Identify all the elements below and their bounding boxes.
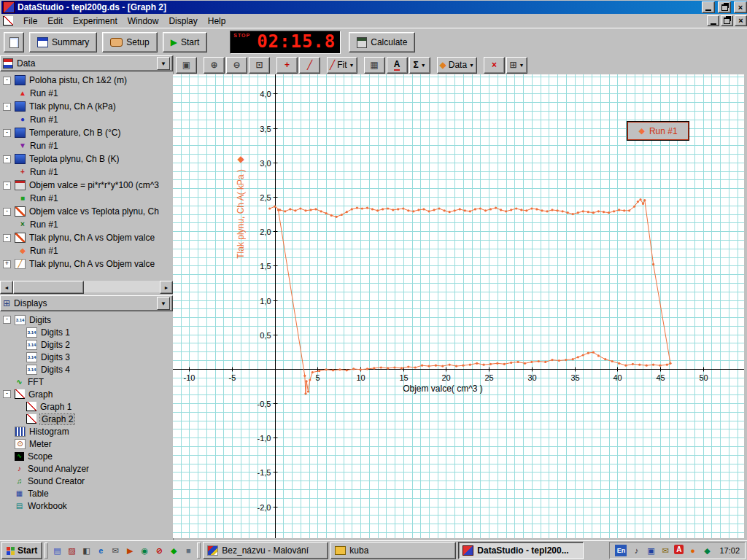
mail-icon[interactable]: ✉ xyxy=(109,544,122,557)
display-item-sound-creator[interactable]: ♫Sound Creator xyxy=(0,475,173,487)
blocked-icon[interactable]: ⊘ xyxy=(152,544,166,557)
scrollbar-track[interactable] xyxy=(13,281,160,292)
expand-icon[interactable]: - xyxy=(3,234,11,242)
expand-icon[interactable]: - xyxy=(3,390,11,398)
expand-icon[interactable]: - xyxy=(3,155,11,163)
expand-icon[interactable]: + xyxy=(3,260,11,268)
scroll-right-button[interactable]: ► xyxy=(160,281,173,294)
calculate-tool-button[interactable]: ▦ xyxy=(364,57,385,74)
slope-tool-button[interactable]: ╱ xyxy=(299,57,320,74)
display-item-digits-1[interactable]: 3.14Digits 1 xyxy=(0,326,173,338)
start-menu-button[interactable]: Start xyxy=(1,542,42,559)
menu-edit[interactable]: Edit xyxy=(42,15,68,27)
data-source-item-temperature-ch-b-c[interactable]: -Temperature, Ch B (°C) xyxy=(0,126,173,139)
gray-app-icon[interactable]: ■ xyxy=(182,544,195,557)
data-run-item[interactable]: ×Run #1 xyxy=(0,218,173,231)
display-item-table[interactable]: ▦Table xyxy=(0,487,173,499)
text-annotation-button[interactable]: A xyxy=(387,57,408,74)
display-item-histogram[interactable]: Histogram xyxy=(0,425,173,438)
expand-icon[interactable]: - xyxy=(3,77,11,85)
network-icon[interactable]: ◆ xyxy=(701,545,713,556)
ie-icon[interactable]: e xyxy=(94,544,107,557)
display-item-graph[interactable]: -Graph xyxy=(0,388,173,400)
menu-help[interactable]: Help xyxy=(203,15,231,27)
menu-window[interactable]: Window xyxy=(123,15,164,27)
language-indicator[interactable]: En xyxy=(615,545,627,556)
media-player-icon[interactable]: ▶ xyxy=(123,544,136,557)
mdi-restore-button[interactable] xyxy=(721,15,733,26)
display-item-sound-analyzer[interactable]: ♪Sound Analyzer xyxy=(0,462,173,475)
data-source-item-tlak-plynu-ch-a-vs-objem-valce[interactable]: -Tlak plynu, Ch A vs Objem valce xyxy=(0,231,173,244)
zoom-select-button[interactable]: ⊡ xyxy=(249,57,270,74)
display-item-digits[interactable]: -3.14Digits xyxy=(0,314,173,326)
data-run-item[interactable]: ●Run #1 xyxy=(0,113,173,126)
menu-file[interactable]: File xyxy=(18,15,42,27)
data-tree-hscrollbar[interactable]: ◄ ► xyxy=(0,281,173,292)
scale-to-fit-button[interactable]: ▣ xyxy=(176,57,197,74)
data-source-item-tlak-plynu-ch-a-kpa[interactable]: -Tlak plynu, Ch A (kPa) xyxy=(0,100,173,113)
graph-settings-button[interactable]: ⊞▼ xyxy=(506,57,527,74)
mail-notify-icon[interactable]: ✉ xyxy=(659,545,671,556)
zoom-out-button[interactable]: ⊖ xyxy=(226,57,247,74)
globe-icon[interactable]: ◉ xyxy=(138,544,151,557)
task-datastudio[interactable]: DataStudio - tepl200... xyxy=(458,542,584,559)
legend[interactable]: ◆ Run #1 xyxy=(627,121,689,141)
calculate-button[interactable]: Calculate xyxy=(349,32,415,52)
menu-display[interactable]: Display xyxy=(163,15,202,27)
display-item-workbook[interactable]: ▤Workbook xyxy=(0,499,173,512)
x-axis-label[interactable]: Objem valce( cm^3 ) xyxy=(384,384,501,394)
smart-tool-button[interactable]: + xyxy=(276,57,298,74)
expand-icon[interactable]: - xyxy=(3,208,11,216)
restore-button[interactable] xyxy=(718,1,731,13)
delete-button[interactable]: × xyxy=(484,57,505,74)
plot-canvas[interactable]: -10-551015202530354045504,03,53,02,52,01… xyxy=(173,74,744,538)
data-run-item[interactable]: +Run #1 xyxy=(0,166,173,179)
data-run-item[interactable]: ■Run #1 xyxy=(0,192,173,205)
wordpad-icon[interactable]: ◧ xyxy=(80,544,93,557)
antivirus-icon[interactable]: A xyxy=(674,545,684,554)
notepad-icon[interactable]: ▤ xyxy=(50,544,63,557)
close-button[interactable]: × xyxy=(734,1,747,13)
display-item-fft[interactable]: ∿FFT xyxy=(0,376,173,388)
data-source-item-objem-valce-pi-r-r-y-100-cm-3[interactable]: -Objem valce = pi*r*r*y*100 (cm^3 xyxy=(0,179,173,192)
volume-icon[interactable]: ♪ xyxy=(630,545,642,556)
task-paint[interactable]: Bez_názvu - Malování xyxy=(203,542,328,559)
data-source-item-tlak-plynu-ch-a-vs-objem-valce[interactable]: +╱Tlak plynu, Ch A vs Objem valce xyxy=(0,257,173,271)
summary-button[interactable]: Summary xyxy=(29,32,97,52)
start-button[interactable]: ▶ Start xyxy=(163,32,208,52)
display-item-digits-3[interactable]: 3.14Digits 3 xyxy=(0,351,173,363)
data-run-item[interactable]: ▲Run #1 xyxy=(0,87,173,100)
display-item-digits-4[interactable]: 3.14Digits 4 xyxy=(0,363,173,376)
setup-button[interactable]: Setup xyxy=(102,32,157,52)
menu-experiment[interactable]: Experiment xyxy=(68,15,123,27)
paint-icon[interactable]: ▨ xyxy=(65,544,78,557)
mdi-minimize-button[interactable] xyxy=(707,15,719,26)
displays-panel-dropdown-button[interactable]: ▼ xyxy=(157,297,170,310)
task-folder-kuba[interactable]: kuba xyxy=(330,542,456,559)
data-source-item-poloha-pistu-ch-1-2-m[interactable]: -Poloha pistu, Ch 1&2 (m) xyxy=(0,74,173,87)
display-item-scope[interactable]: ∿Scope xyxy=(0,450,173,462)
data-run-item[interactable]: ◆Run #1 xyxy=(0,244,173,257)
statistics-menu-button[interactable]: Σ▼ xyxy=(409,57,430,74)
new-document-button[interactable] xyxy=(4,32,24,52)
status-icon[interactable]: ● xyxy=(686,545,698,556)
display-settings-icon[interactable]: ▣ xyxy=(645,545,657,556)
data-run-item[interactable]: ▼Run #1 xyxy=(0,139,173,152)
display-item-digits-2[interactable]: 3.14Digits 2 xyxy=(0,338,173,351)
expand-icon[interactable]: - xyxy=(3,316,11,324)
minimize-button[interactable] xyxy=(702,1,715,13)
display-item-graph-1[interactable]: Graph 1 xyxy=(0,400,173,413)
data-panel-dropdown-button[interactable]: ▼ xyxy=(157,57,170,70)
data-menu-button[interactable]: ◆Data▼ xyxy=(437,57,478,74)
expand-icon[interactable]: - xyxy=(3,129,11,137)
datastudio-app-icon[interactable] xyxy=(3,1,15,13)
data-source-item-teplota-plynu-ch-b-k[interactable]: -Teplota plynu, Ch B (K) xyxy=(0,152,173,166)
data-source-item-objem-valce-vs-teplota-plynu-ch[interactable]: -Objem valce vs Teplota plynu, Ch xyxy=(0,205,173,218)
expand-icon[interactable]: - xyxy=(3,103,11,111)
scroll-left-button[interactable]: ◄ xyxy=(0,281,13,294)
zoom-in-button[interactable]: ⊕ xyxy=(204,57,225,74)
mdi-close-button[interactable]: × xyxy=(735,15,747,26)
scrollbar-thumb[interactable] xyxy=(13,281,84,294)
expand-icon[interactable]: - xyxy=(3,182,11,190)
y-axis-label[interactable]: ◆ Tlak plynu, Ch A( kPa ) xyxy=(236,155,246,322)
